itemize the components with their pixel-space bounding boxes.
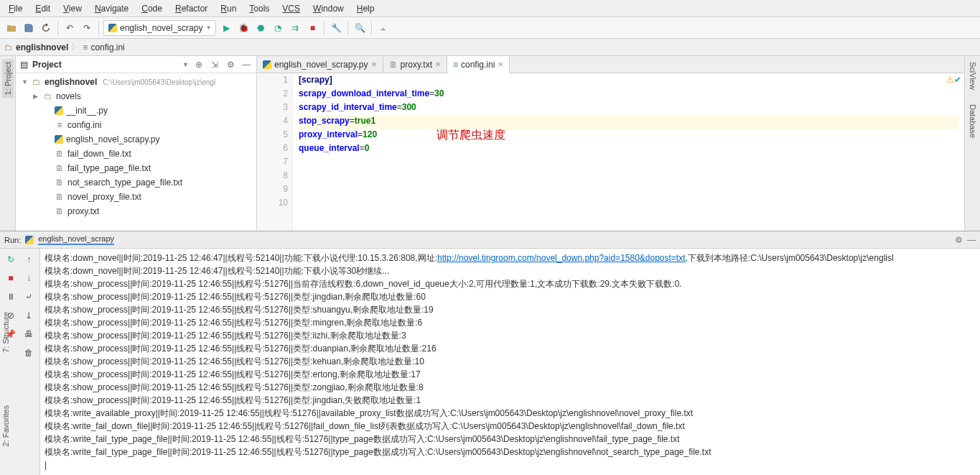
txt-file-icon: 🗎: [55, 206, 65, 216]
console-output[interactable]: 模块名:down_novel||时间:2019-11-25 12:46:47||…: [40, 249, 980, 475]
breadcrumb-root[interactable]: englishnovel: [16, 42, 68, 52]
refresh-icon[interactable]: [39, 21, 53, 35]
pause-icon[interactable]: ⏸: [1, 287, 20, 306]
project-panel-title: Project: [32, 60, 178, 70]
open-icon[interactable]: [4, 21, 19, 35]
structure-tool-tab[interactable]: 7: Structure: [1, 312, 10, 353]
editor-body[interactable]: 12345678910 [scrapy]scrapy_download_inte…: [257, 73, 964, 231]
project-tool-tab[interactable]: 1: Project: [2, 59, 14, 98]
wrench-icon[interactable]: 🔧: [329, 21, 343, 35]
tab-label: english_novel_scrapy.py: [274, 60, 368, 70]
tree-file[interactable]: 🗎fail_type_page_file.txt: [16, 161, 256, 175]
search-icon[interactable]: 🔍: [353, 21, 367, 35]
run-config-name[interactable]: english_novel_scrapy: [38, 234, 114, 245]
arrow-down-icon[interactable]: ▼: [22, 78, 29, 86]
scroll-icon[interactable]: ⤓: [20, 306, 39, 325]
tree-file[interactable]: 🗎fail_down_file.txt: [16, 147, 256, 161]
sidebar-right: SciView Database: [964, 56, 980, 231]
tree-item-name: fail_down_file.txt: [67, 149, 131, 159]
run-icon[interactable]: ▶: [219, 21, 233, 35]
sidebar-left: 1: Project: [0, 56, 16, 231]
tree-item-name: __init__.py: [66, 106, 108, 116]
toolbar-separator: [98, 21, 99, 35]
txt-file-icon: 🗎: [389, 60, 398, 70]
tree-file[interactable]: 🗎proxy.txt: [16, 204, 256, 218]
profile-icon[interactable]: ◔: [271, 21, 285, 35]
gear-icon[interactable]: ⚙: [225, 59, 236, 70]
tree-file[interactable]: __init__.py: [16, 103, 256, 118]
chevron-down-icon[interactable]: ▼: [182, 61, 189, 68]
undo-icon[interactable]: ↶: [62, 21, 77, 35]
concurrency-icon[interactable]: ⇉: [288, 21, 302, 35]
tree-file[interactable]: ≡config.ini: [16, 118, 256, 132]
tab-py[interactable]: english_novel_scrapy.py✕: [257, 56, 383, 73]
close-icon[interactable]: ✕: [371, 60, 377, 68]
warning-icon: ⚠: [946, 75, 954, 85]
print-icon[interactable]: 🖶: [20, 325, 39, 343]
tree-item-name: novel_proxy_file.txt: [67, 192, 141, 202]
menu-navigate[interactable]: Navigate: [90, 2, 133, 15]
redo-icon[interactable]: ↷: [80, 21, 94, 35]
wrap-icon[interactable]: ⤶: [20, 287, 39, 306]
hide-icon[interactable]: —: [241, 59, 252, 70]
menu-code[interactable]: Code: [137, 2, 167, 15]
scroll-from-source-icon[interactable]: ⊕: [193, 59, 205, 70]
chevron-down-icon: ▼: [205, 24, 211, 31]
gear-icon[interactable]: ⚙: [955, 235, 963, 245]
python-icon: [25, 236, 34, 244]
folder-icon: 🗀: [4, 42, 13, 52]
tree-file[interactable]: 🗎not_search_type_page_file.txt: [16, 175, 256, 190]
debug-icon[interactable]: 🐞: [236, 21, 251, 35]
menu-tools[interactable]: Tools: [245, 2, 274, 15]
stop-icon[interactable]: ■: [305, 21, 319, 35]
breadcrumb-file[interactable]: config.ini: [90, 42, 124, 52]
close-icon[interactable]: ✕: [435, 60, 441, 68]
project-panel: ▤ Project ▼ ⊕ ⇲ ⚙ — ▼ 🗀 englishnovel C:\…: [16, 56, 257, 231]
ini-file-icon: ≡: [55, 120, 65, 130]
tree-item-name: proxy.txt: [67, 206, 99, 216]
down-icon[interactable]: ↓: [20, 269, 39, 287]
save-icon[interactable]: [22, 21, 36, 35]
toolbar: ↶ ↷ english_novel_scrapy ▼ ▶ 🐞 ⬣ ◔ ⇉ ■ 🔧…: [0, 17, 980, 39]
project-panel-header: ▤ Project ▼ ⊕ ⇲ ⚙ —: [16, 56, 256, 73]
toolbar-separator: [347, 21, 348, 35]
menu-vcs[interactable]: VCS: [278, 2, 304, 15]
tree-file[interactable]: 🗎novel_proxy_file.txt: [16, 190, 256, 204]
menu-edit[interactable]: Edit: [31, 2, 55, 15]
menu-file[interactable]: File: [4, 2, 27, 15]
toolbar-separator: [57, 21, 58, 35]
menu-view[interactable]: View: [59, 2, 86, 15]
hide-icon[interactable]: —: [967, 235, 976, 245]
txt-file-icon: 🗎: [55, 177, 65, 188]
run-panel: Run: english_novel_scrapy ⚙ — ↻ ↑ ■ ↓ ⏸ …: [0, 231, 980, 475]
code-area[interactable]: [scrapy]scrapy_download_interval_time=30…: [293, 73, 964, 231]
favorites-tool-tab[interactable]: 2: Favorites: [1, 405, 10, 446]
collapse-icon[interactable]: ⇲: [209, 59, 220, 70]
run-config-selector[interactable]: english_novel_scrapy ▼: [103, 20, 216, 36]
menu-window[interactable]: Window: [309, 2, 348, 15]
tree-item-path: C:\Users\jm005643\Desktop\jz\engl: [103, 78, 215, 86]
menu-run[interactable]: Run: [216, 2, 241, 15]
up-icon[interactable]: ↑: [20, 250, 39, 269]
rerun-icon[interactable]: ↻: [1, 250, 20, 269]
editor-area: english_novel_scrapy.py✕ 🗎proxy.txt✕ ≡co…: [257, 56, 964, 231]
tab-ini[interactable]: ≡config.ini✕: [447, 56, 510, 73]
tree-folder[interactable]: ▶ 🗀 novels: [16, 89, 256, 103]
clear-icon[interactable]: 🗑: [20, 343, 39, 362]
structure-icon[interactable]: ⫠: [376, 21, 391, 35]
arrow-right-icon[interactable]: ▶: [33, 93, 40, 100]
tab-txt[interactable]: 🗎proxy.txt✕: [383, 56, 447, 73]
coverage-icon[interactable]: ⬣: [253, 21, 268, 35]
project-tree[interactable]: ▼ 🗀 englishnovel C:\Users\jm005643\Deskt…: [16, 73, 256, 231]
tree-file[interactable]: english_novel_scrapy.py: [16, 132, 256, 147]
tree-root[interactable]: ▼ 🗀 englishnovel C:\Users\jm005643\Deskt…: [16, 75, 256, 89]
menu-help[interactable]: Help: [353, 2, 379, 15]
annotation-text: 调节爬虫速度: [437, 128, 505, 143]
database-tab[interactable]: Database: [967, 101, 979, 141]
sciview-tab[interactable]: SciView: [967, 59, 979, 93]
stop-icon[interactable]: ■: [1, 269, 20, 287]
gutter: 12345678910: [257, 73, 293, 231]
tab-label: proxy.txt: [401, 60, 432, 70]
menu-refactor[interactable]: Refactor: [171, 2, 212, 15]
close-icon[interactable]: ✕: [498, 60, 503, 68]
